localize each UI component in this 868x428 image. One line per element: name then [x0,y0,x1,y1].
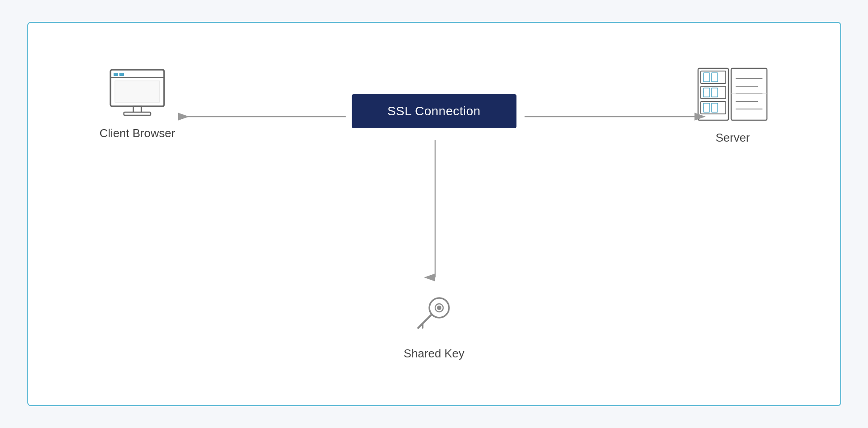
server-label: Server [716,131,750,145]
svg-rect-7 [124,112,151,115]
svg-rect-16 [703,88,710,97]
svg-rect-13 [711,73,718,82]
server-icon [697,67,769,123]
diagram-container: SSL Connection [27,22,841,406]
svg-rect-17 [711,88,718,97]
svg-rect-5 [115,81,160,102]
monitor-icon [108,67,166,118]
svg-rect-19 [711,103,718,112]
svg-rect-4 [119,73,124,76]
client-browser-label: Client Browser [100,126,175,140]
svg-point-32 [437,306,442,310]
server-group: Server [697,67,769,145]
ssl-connection-box: SSL Connection [351,94,516,128]
shared-key-group: Shared Key [404,292,465,361]
svg-rect-18 [703,103,710,112]
svg-rect-12 [703,73,710,82]
shared-key-label: Shared Key [404,347,465,361]
client-browser-group: Client Browser [100,67,175,140]
key-icon [412,292,457,339]
ssl-connection-label: SSL Connection [387,104,480,118]
svg-rect-3 [114,73,118,76]
diagram-inner: SSL Connection [28,23,840,405]
